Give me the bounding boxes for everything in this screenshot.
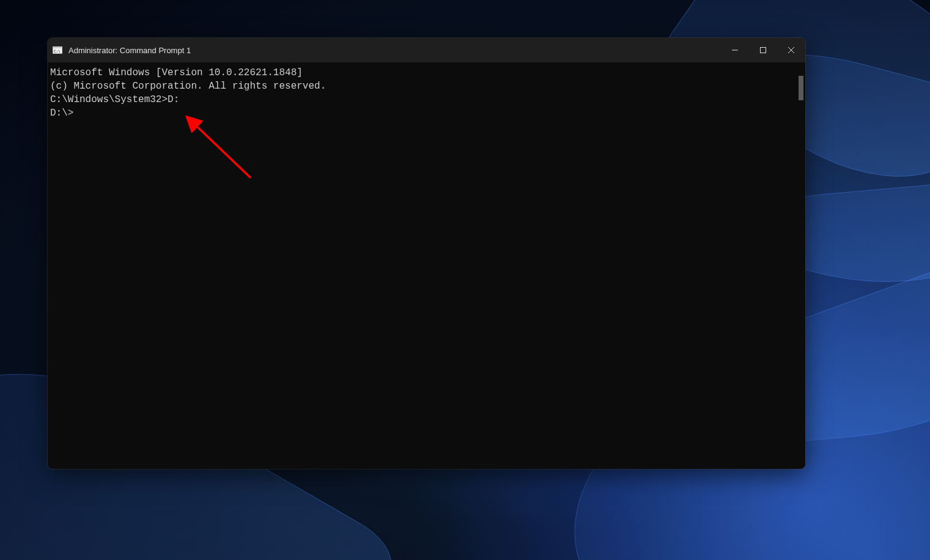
- window-title: Administrator: Command Prompt 1: [68, 46, 721, 55]
- maximize-button[interactable]: [749, 38, 777, 62]
- window-controls: [721, 38, 805, 62]
- titlebar[interactable]: C:\ Administrator: Command Prompt 1: [48, 38, 805, 62]
- terminal-output: Microsoft Windows [Version 10.0.22621.18…: [50, 65, 796, 466]
- svg-rect-4: [761, 48, 766, 53]
- terminal-area[interactable]: Microsoft Windows [Version 10.0.22621.18…: [48, 62, 805, 469]
- scrollbar[interactable]: [796, 65, 805, 466]
- terminal-line: (c) Microsoft Corporation. All rights re…: [50, 79, 796, 93]
- terminal-prompt: D:\>: [50, 106, 796, 120]
- cmd-icon: C:\: [53, 45, 62, 55]
- scrollbar-thumb[interactable]: [799, 76, 803, 100]
- svg-text:C:\: C:\: [54, 49, 61, 53]
- svg-rect-1: [53, 46, 62, 48]
- command-prompt-window: C:\ Administrator: Command Prompt 1 Micr…: [48, 38, 805, 469]
- terminal-line: C:\Windows\System32>D:: [50, 93, 796, 106]
- minimize-button[interactable]: [721, 38, 749, 62]
- close-button[interactable]: [777, 38, 805, 62]
- terminal-line: Microsoft Windows [Version 10.0.22621.18…: [50, 66, 796, 79]
